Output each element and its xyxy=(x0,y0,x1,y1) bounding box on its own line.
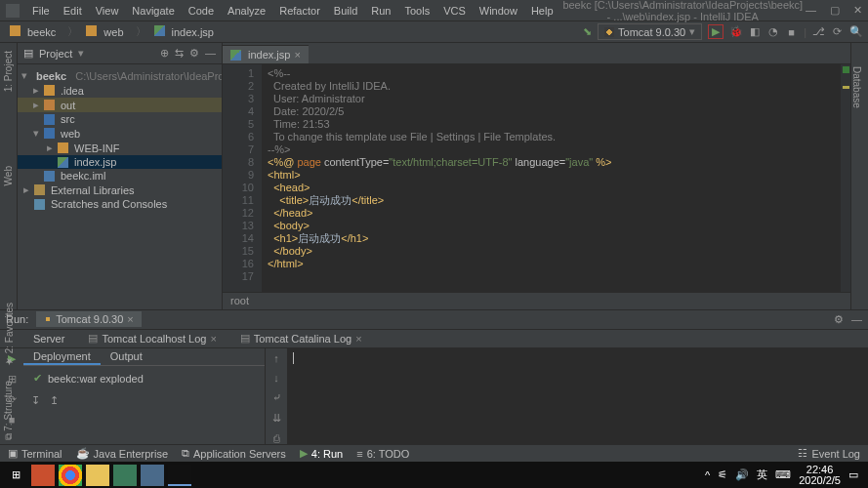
menu-window[interactable]: Window xyxy=(473,2,524,20)
target-icon[interactable]: ⊕ xyxy=(160,47,169,60)
tray-notif-icon[interactable]: ▭ xyxy=(848,468,858,481)
print-icon[interactable]: ⎙ xyxy=(273,432,280,444)
tool-appservers[interactable]: ⧉Application Servers xyxy=(182,447,286,460)
run-button[interactable]: ▶ xyxy=(708,24,723,39)
rail-favorites[interactable]: ★ 2: Favorites xyxy=(4,299,15,371)
task-app3[interactable] xyxy=(141,465,164,486)
task-chrome[interactable] xyxy=(59,465,82,486)
update-icon[interactable]: ⟳ xyxy=(831,25,844,38)
gear-icon[interactable]: ⚙ xyxy=(189,47,199,60)
tree-root[interactable]: ▾beekc C:\Users\Administrator\IdeaProjec… xyxy=(18,68,222,83)
artifact-row[interactable]: ✔ beekc:war exploded xyxy=(33,372,255,385)
wrap-icon[interactable]: ⤶ xyxy=(272,391,281,404)
tree-iml[interactable]: beekc.iml xyxy=(18,169,222,183)
editor-tab-indexjsp[interactable]: index.jsp × xyxy=(223,45,309,63)
project-title: Project xyxy=(39,48,72,60)
tab-catalina-log[interactable]: ▤Tomcat Catalina Log× xyxy=(236,330,366,346)
tray-up-icon[interactable]: ^ xyxy=(705,469,710,481)
hide-icon[interactable]: — xyxy=(851,313,862,326)
close-tab-icon[interactable]: × xyxy=(127,313,133,325)
profile-icon[interactable]: ◔ xyxy=(766,25,779,38)
breadcrumb-root[interactable]: beekc xyxy=(6,23,63,40)
task-app2[interactable] xyxy=(113,465,137,486)
close-tab-icon[interactable]: × xyxy=(294,49,300,61)
rail-structure[interactable]: ⧉ 7: Structure xyxy=(3,377,15,444)
coverage-icon[interactable]: ◧ xyxy=(748,25,761,38)
collapse-icon[interactable]: ⇆ xyxy=(175,47,184,60)
menu-navigate[interactable]: Navigate xyxy=(125,2,181,20)
undeploy-icon[interactable]: ↥ xyxy=(50,394,59,407)
down-icon[interactable]: ↓ xyxy=(273,372,279,384)
menu-file[interactable]: File xyxy=(25,2,57,20)
tray-ime-icon[interactable]: ⌨ xyxy=(775,468,791,481)
rail-database[interactable]: Database xyxy=(851,62,862,112)
run-config-combo[interactable]: Tomcat 9.0.30 ▾ xyxy=(598,23,702,40)
gear-icon[interactable]: ⚙ xyxy=(834,313,844,326)
warning-mark-icon xyxy=(843,86,849,89)
menu-view[interactable]: View xyxy=(89,2,126,20)
code-content[interactable]: <%-- Created by IntelliJ IDEA. User: Adm… xyxy=(262,64,850,292)
status-ok-icon xyxy=(843,66,849,73)
tab-localhost-log[interactable]: ▤Tomcat Localhost Log× xyxy=(84,330,220,346)
menu-build[interactable]: Build xyxy=(327,2,364,20)
menu-analyze[interactable]: Analyze xyxy=(221,2,272,20)
maximize-icon[interactable]: ▢ xyxy=(830,4,840,17)
tray-clock[interactable]: 22:462020/2/5 xyxy=(799,465,841,486)
code-area[interactable]: 1234567891011121314151617 <%-- Created b… xyxy=(223,64,850,292)
task-intellij[interactable] xyxy=(168,465,191,486)
run-tab-tomcat[interactable]: Tomcat 9.0.30 × xyxy=(36,311,142,327)
build-icon[interactable]: ⬊ xyxy=(583,25,592,38)
tool-eventlog[interactable]: ☷Event Log xyxy=(798,447,860,460)
debug-icon[interactable]: 🐞 xyxy=(729,25,742,38)
menu-vcs[interactable]: VCS xyxy=(436,2,473,20)
breadcrumb-file[interactable]: index.jsp xyxy=(150,23,222,40)
task-explorer[interactable] xyxy=(86,465,109,486)
rail-web[interactable]: Web xyxy=(3,162,14,189)
up-icon[interactable]: ↑ xyxy=(273,352,279,364)
tab-server[interactable]: Server xyxy=(29,331,68,346)
scratch-icon xyxy=(34,199,45,210)
tool-run[interactable]: ▶4: Run xyxy=(300,447,343,460)
hide-icon[interactable]: — xyxy=(205,47,216,60)
tree-web[interactable]: ▾web xyxy=(18,126,222,141)
tree-out[interactable]: ▸out xyxy=(18,98,222,112)
breadcrumb-web[interactable]: web xyxy=(82,23,131,40)
tool-todo[interactable]: ≡6: TODO xyxy=(356,448,409,460)
tree-webinf[interactable]: ▸WEB-INF xyxy=(18,141,222,155)
window-controls: — ▢ ✕ xyxy=(806,4,862,17)
menu-tools[interactable]: Tools xyxy=(397,2,436,20)
subtab-deployment[interactable]: Deployment xyxy=(23,348,101,365)
close-icon[interactable]: ✕ xyxy=(853,4,862,17)
tree-indexjsp[interactable]: index.jsp xyxy=(18,155,222,169)
project-view-icon[interactable]: ▤ xyxy=(23,47,33,60)
search-icon[interactable]: 🔍 xyxy=(849,25,862,38)
editor-crumb[interactable]: root xyxy=(223,292,850,309)
menu-run[interactable]: Run xyxy=(364,2,397,20)
task-app1[interactable] xyxy=(31,465,55,486)
output-console[interactable] xyxy=(287,348,868,444)
git-icon[interactable]: ⎇ xyxy=(812,25,825,38)
tool-terminal[interactable]: ▣Terminal xyxy=(8,447,62,460)
stop-icon[interactable]: ■ xyxy=(785,25,798,38)
minimize-icon[interactable]: — xyxy=(806,4,816,17)
subtab-output[interactable]: Output xyxy=(101,348,152,365)
menu-help[interactable]: Help xyxy=(524,2,560,20)
scroll-icon[interactable]: ⇊ xyxy=(272,412,281,425)
menu-edit[interactable]: Edit xyxy=(57,2,89,20)
tray-lang[interactable]: 英 xyxy=(757,468,767,482)
tree-extlib[interactable]: ▸External Libraries xyxy=(18,183,222,197)
tool-javaee[interactable]: ☕Java Enterprise xyxy=(76,447,168,460)
tree-src[interactable]: src xyxy=(18,112,222,126)
tray-volume-icon[interactable]: 🔊 xyxy=(735,468,749,481)
error-stripe[interactable] xyxy=(841,64,850,292)
tray-network-icon[interactable]: ⚟ xyxy=(718,468,727,481)
tree-scratches[interactable]: Scratches and Consoles xyxy=(18,197,222,211)
menu-refactor[interactable]: Refactor xyxy=(272,2,327,20)
rail-project[interactable]: 1: Project xyxy=(3,47,14,96)
tree-idea[interactable]: ▸.idea xyxy=(18,83,222,98)
chevron-down-icon[interactable]: ▾ xyxy=(78,47,84,60)
start-button[interactable]: ⊞ xyxy=(4,465,27,486)
menu-code[interactable]: Code xyxy=(182,2,221,20)
deploy-icon[interactable]: ↧ xyxy=(31,394,40,407)
bottom-toolbar: ▣Terminal ☕Java Enterprise ⧉Application … xyxy=(0,444,868,462)
